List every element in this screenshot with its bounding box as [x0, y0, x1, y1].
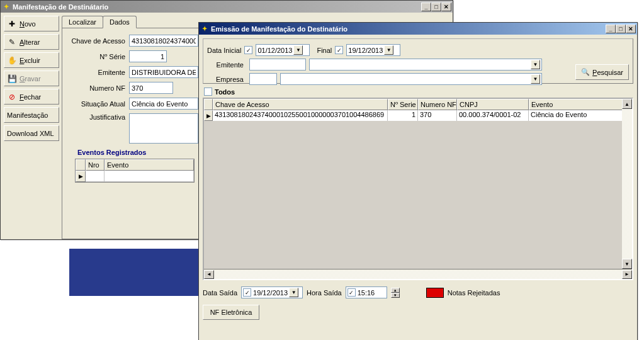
filter-panel: Data Inicial ✓ 01/12/2013▼ Final ✓ 19/12…: [203, 38, 633, 84]
todos-label: Todos: [215, 88, 235, 96]
data-inicial-checkbox[interactable]: ✓: [244, 46, 252, 54]
col-numero[interactable]: Numero NF: [418, 99, 457, 110]
situacao-label: Situação Atual: [66, 100, 129, 108]
chave-input[interactable]: [129, 35, 198, 47]
hora-saida-checkbox[interactable]: ✓: [347, 288, 356, 297]
numero-input[interactable]: [129, 82, 173, 94]
grid-corner: [76, 159, 86, 171]
chave-label: Chave de Acesso: [66, 37, 129, 45]
rejected-color-swatch: [426, 288, 444, 298]
tab-dados[interactable]: Dados: [103, 16, 137, 28]
justificativa-input[interactable]: [129, 113, 198, 144]
search-icon: 🔍: [581, 68, 590, 76]
todos-checkbox[interactable]: [204, 88, 212, 96]
col-chave[interactable]: Chave de Acesso: [213, 99, 388, 110]
emitente-input[interactable]: [129, 66, 198, 78]
tab-localizar[interactable]: Localizar: [62, 16, 103, 28]
grid-empty-row: ▶: [76, 171, 194, 182]
emitente-label: Emitente: [207, 61, 246, 69]
chevron-down-icon: ▼: [289, 288, 298, 297]
nf-eletronica-button[interactable]: NF Eletrônica: [203, 305, 259, 320]
chevron-down-icon: ▼: [384, 45, 393, 55]
main-title: Manifestação de Destinátario: [13, 3, 421, 11]
row-indicator-icon: ▶: [76, 171, 86, 182]
data-inicial-label: Data Inicial: [207, 47, 241, 54]
fechar-button[interactable]: ⊘Fechar: [4, 89, 59, 105]
chevron-down-icon: ▼: [531, 74, 540, 84]
excluir-button[interactable]: ✋Excluir: [4, 52, 59, 68]
minimize-button[interactable]: _: [421, 3, 431, 11]
hora-spinner[interactable]: ▲ ▼: [391, 288, 400, 298]
col-nro[interactable]: Nro: [86, 159, 105, 171]
edit-icon: ✎: [7, 37, 17, 47]
col-evento[interactable]: Evento: [105, 159, 194, 171]
vertical-scrollbar[interactable]: ▲ ▼: [622, 99, 632, 269]
row-indicator-icon: ▶: [204, 110, 213, 121]
hora-saida-picker[interactable]: ✓ 15:16: [346, 286, 387, 298]
maximize-button[interactable]: □: [616, 25, 626, 33]
spin-down-icon[interactable]: ▼: [391, 293, 400, 298]
app-icon: ✦: [200, 25, 209, 33]
plus-icon: ✚: [7, 19, 17, 29]
table-row[interactable]: ▶ 43130818024374000102550010000003701004…: [204, 110, 632, 121]
final-label: Final: [317, 47, 332, 54]
manifestacao-button[interactable]: Manifestação: [4, 107, 59, 123]
numero-label: Numero NF: [66, 84, 129, 92]
col-serie[interactable]: Nº Serie: [388, 99, 418, 110]
empresa-combo[interactable]: ▼: [280, 73, 542, 85]
main-titlebar[interactable]: ✦ Manifestação de Destinátario _ □ ✕: [1, 1, 453, 13]
col-cnpj[interactable]: CNPJ: [457, 99, 529, 110]
situacao-input[interactable]: [129, 98, 198, 110]
scroll-right-icon[interactable]: ►: [622, 270, 632, 279]
empresa-code-input[interactable]: [249, 73, 277, 85]
download-button[interactable]: Download XML: [4, 125, 59, 141]
scroll-up-icon[interactable]: ▲: [622, 99, 632, 109]
pesquisar-button[interactable]: 🔍 Pesquisar: [575, 64, 629, 80]
alterar-button[interactable]: ✎Alterar: [4, 34, 59, 50]
data-saida-picker[interactable]: ✓ 19/12/2013 ▼: [241, 286, 303, 298]
hora-saida-label: Hora Saída: [307, 289, 342, 297]
chevron-down-icon: ▼: [531, 60, 540, 69]
popup-window: ✦ Emissão de Manifestação do Destinatári…: [198, 22, 638, 340]
scroll-left-icon[interactable]: ◄: [204, 270, 214, 279]
empresa-label: Empresa: [207, 76, 246, 83]
close-icon: ⊘: [7, 92, 17, 102]
notas-rejeitadas-label: Notas Rejeitadas: [448, 289, 500, 297]
results-grid[interactable]: Chave de Acesso Nº Serie Numero NF CNPJ …: [203, 98, 633, 280]
emitente-code-input[interactable]: [249, 59, 306, 71]
horizontal-scrollbar[interactable]: ◄ ►: [204, 269, 632, 279]
scroll-down-icon[interactable]: ▼: [622, 259, 632, 269]
minimize-button[interactable]: _: [606, 25, 616, 33]
popup-titlebar[interactable]: ✦ Emissão de Manifestação do Destinatári…: [199, 23, 637, 35]
novo-button[interactable]: ✚Novo: [4, 16, 59, 31]
button-column: ✚Novo ✎Alterar ✋Excluir 💾Gravar ⊘Fechar …: [3, 14, 60, 237]
emitente-label: Emitente: [66, 69, 129, 76]
spin-up-icon[interactable]: ▲: [391, 288, 400, 293]
eventos-grid[interactable]: Nro Evento ▶: [75, 159, 195, 183]
emitente-combo[interactable]: ▼: [309, 59, 542, 71]
close-button[interactable]: ✕: [441, 3, 451, 11]
close-button[interactable]: ✕: [626, 25, 636, 33]
grid-corner: [204, 99, 213, 110]
delete-icon: ✋: [7, 55, 17, 65]
final-checkbox[interactable]: ✓: [335, 46, 343, 54]
data-saida-label: Data Saída: [203, 289, 237, 297]
popup-title: Emissão de Manifestação do Destinatário: [211, 25, 606, 33]
data-inicial-picker[interactable]: 01/12/2013▼: [256, 44, 310, 56]
data-saida-checkbox[interactable]: ✓: [243, 288, 251, 297]
gravar-button[interactable]: 💾Gravar: [4, 71, 59, 86]
save-icon: 💾: [7, 74, 17, 84]
serie-label: Nº Série: [66, 53, 129, 60]
justificativa-label: Justificativa: [66, 113, 129, 121]
chevron-down-icon: ▼: [293, 45, 303, 55]
app-icon: ✦: [2, 3, 11, 11]
maximize-button[interactable]: □: [431, 3, 441, 11]
data-final-picker[interactable]: 19/12/2013▼: [346, 44, 400, 56]
col-evento[interactable]: Evento: [529, 99, 632, 110]
serie-input[interactable]: [129, 50, 167, 62]
